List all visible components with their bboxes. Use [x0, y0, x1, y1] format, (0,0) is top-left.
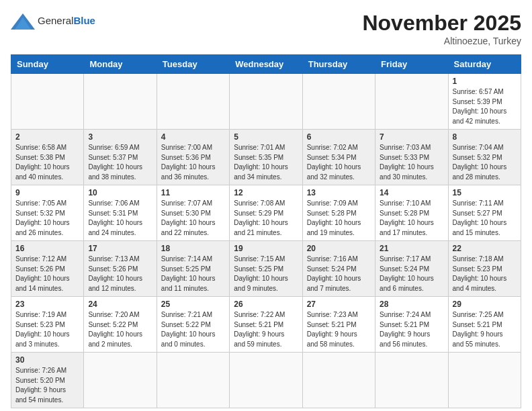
calendar-cell: 23Sunrise: 7:19 AM Sunset: 5:23 PM Dayli…	[11, 297, 84, 353]
day-info: Sunrise: 7:21 AM Sunset: 5:22 PM Dayligh…	[161, 310, 225, 349]
day-info: Sunrise: 7:07 AM Sunset: 5:30 PM Dayligh…	[161, 199, 225, 238]
day-number: 18	[161, 244, 225, 253]
weekday-header-monday: Monday	[84, 55, 157, 74]
calendar-cell: 2Sunrise: 6:58 AM Sunset: 5:38 PM Daylig…	[11, 130, 84, 185]
day-number: 29	[453, 300, 517, 309]
logo-general-text: General	[38, 15, 73, 26]
calendar-cell: 7Sunrise: 7:03 AM Sunset: 5:33 PM Daylig…	[375, 130, 448, 185]
day-number: 20	[307, 244, 371, 253]
day-number: 5	[234, 132, 298, 142]
day-number: 23	[15, 300, 79, 309]
calendar-cell: 19Sunrise: 7:15 AM Sunset: 5:25 PM Dayli…	[230, 241, 302, 297]
day-info: Sunrise: 7:25 AM Sunset: 5:21 PM Dayligh…	[453, 310, 517, 349]
day-info: Sunrise: 7:12 AM Sunset: 5:26 PM Dayligh…	[15, 255, 79, 293]
day-number: 21	[380, 244, 443, 253]
calendar-week-row: 9Sunrise: 7:05 AM Sunset: 5:32 PM Daylig…	[11, 185, 521, 241]
day-number: 25	[161, 300, 225, 309]
day-number: 3	[88, 132, 152, 142]
calendar-cell: 18Sunrise: 7:14 AM Sunset: 5:25 PM Dayli…	[157, 241, 229, 297]
day-info: Sunrise: 7:14 AM Sunset: 5:25 PM Dayligh…	[161, 255, 225, 293]
calendar-cell	[157, 74, 229, 130]
weekday-header-tuesday: Tuesday	[157, 55, 229, 74]
day-info: Sunrise: 7:02 AM Sunset: 5:34 PM Dayligh…	[307, 143, 371, 182]
weekday-header-row: SundayMondayTuesdayWednesdayThursdayFrid…	[11, 55, 521, 74]
day-number: 27	[307, 300, 371, 309]
day-info: Sunrise: 7:16 AM Sunset: 5:24 PM Dayligh…	[307, 255, 371, 293]
day-number: 8	[453, 132, 517, 142]
calendar-cell: 20Sunrise: 7:16 AM Sunset: 5:24 PM Dayli…	[302, 241, 375, 297]
day-number: 6	[307, 132, 371, 142]
day-number: 17	[88, 244, 152, 253]
calendar-cell	[375, 74, 448, 130]
calendar-week-row: 1Sunrise: 6:57 AM Sunset: 5:39 PM Daylig…	[11, 74, 521, 130]
calendar-cell: 3Sunrise: 6:59 AM Sunset: 5:37 PM Daylig…	[84, 130, 157, 185]
calendar-cell: 5Sunrise: 7:01 AM Sunset: 5:35 PM Daylig…	[230, 130, 302, 185]
calendar-cell: 10Sunrise: 7:06 AM Sunset: 5:31 PM Dayli…	[84, 185, 157, 241]
calendar-cell: 30Sunrise: 7:26 AM Sunset: 5:20 PM Dayli…	[11, 353, 84, 408]
logo-icon	[11, 11, 35, 31]
day-info: Sunrise: 7:11 AM Sunset: 5:27 PM Dayligh…	[453, 199, 517, 238]
day-number: 10	[88, 188, 152, 197]
calendar-cell: 26Sunrise: 7:22 AM Sunset: 5:21 PM Dayli…	[230, 297, 302, 353]
location-text: Altinoezue, Turkey	[362, 36, 521, 46]
logo: GeneralBlue	[11, 11, 95, 31]
day-info: Sunrise: 7:08 AM Sunset: 5:29 PM Dayligh…	[234, 199, 298, 238]
calendar-cell: 9Sunrise: 7:05 AM Sunset: 5:32 PM Daylig…	[11, 185, 84, 241]
day-info: Sunrise: 7:09 AM Sunset: 5:28 PM Dayligh…	[307, 199, 371, 238]
day-info: Sunrise: 7:18 AM Sunset: 5:23 PM Dayligh…	[453, 255, 517, 293]
day-number: 4	[161, 132, 225, 142]
day-number: 22	[453, 244, 517, 253]
day-info: Sunrise: 7:19 AM Sunset: 5:23 PM Dayligh…	[15, 310, 79, 349]
calendar-cell: 6Sunrise: 7:02 AM Sunset: 5:34 PM Daylig…	[302, 130, 375, 185]
day-info: Sunrise: 7:01 AM Sunset: 5:35 PM Dayligh…	[234, 143, 298, 182]
calendar-cell: 16Sunrise: 7:12 AM Sunset: 5:26 PM Dayli…	[11, 241, 84, 297]
calendar-body: 1Sunrise: 6:57 AM Sunset: 5:39 PM Daylig…	[11, 74, 521, 408]
calendar-week-row: 2Sunrise: 6:58 AM Sunset: 5:38 PM Daylig…	[11, 130, 521, 185]
day-number: 19	[234, 244, 298, 253]
calendar-cell: 24Sunrise: 7:20 AM Sunset: 5:22 PM Dayli…	[84, 297, 157, 353]
calendar-week-row: 30Sunrise: 7:26 AM Sunset: 5:20 PM Dayli…	[11, 353, 521, 408]
weekday-header-thursday: Thursday	[302, 55, 375, 74]
day-info: Sunrise: 6:59 AM Sunset: 5:37 PM Dayligh…	[88, 143, 152, 182]
day-info: Sunrise: 7:04 AM Sunset: 5:32 PM Dayligh…	[453, 143, 517, 182]
calendar-cell	[230, 74, 302, 130]
day-number: 24	[88, 300, 152, 309]
day-info: Sunrise: 7:22 AM Sunset: 5:21 PM Dayligh…	[234, 310, 298, 349]
calendar-cell: 13Sunrise: 7:09 AM Sunset: 5:28 PM Dayli…	[302, 185, 375, 241]
day-number: 15	[453, 188, 517, 197]
calendar-cell: 15Sunrise: 7:11 AM Sunset: 5:27 PM Dayli…	[448, 185, 521, 241]
weekday-header-saturday: Saturday	[448, 55, 521, 74]
month-title: November 2025	[362, 11, 521, 36]
title-area: November 2025 Altinoezue, Turkey	[362, 11, 521, 46]
calendar-cell: 11Sunrise: 7:07 AM Sunset: 5:30 PM Dayli…	[157, 185, 229, 241]
calendar-cell: 12Sunrise: 7:08 AM Sunset: 5:29 PM Dayli…	[230, 185, 302, 241]
day-info: Sunrise: 7:26 AM Sunset: 5:20 PM Dayligh…	[15, 366, 79, 405]
calendar-cell: 27Sunrise: 7:23 AM Sunset: 5:21 PM Dayli…	[302, 297, 375, 353]
weekday-header-sunday: Sunday	[11, 55, 84, 74]
day-info: Sunrise: 7:20 AM Sunset: 5:22 PM Dayligh…	[88, 310, 152, 349]
day-number: 13	[307, 188, 371, 197]
calendar-cell: 1Sunrise: 6:57 AM Sunset: 5:39 PM Daylig…	[448, 74, 521, 130]
logo-blue-text: Blue	[73, 15, 95, 26]
day-number: 16	[15, 244, 79, 253]
calendar-cell	[84, 353, 157, 408]
calendar-week-row: 23Sunrise: 7:19 AM Sunset: 5:23 PM Dayli…	[11, 297, 521, 353]
calendar-cell: 14Sunrise: 7:10 AM Sunset: 5:28 PM Dayli…	[375, 185, 448, 241]
calendar-cell	[230, 353, 302, 408]
calendar-cell: 25Sunrise: 7:21 AM Sunset: 5:22 PM Dayli…	[157, 297, 229, 353]
day-number: 11	[161, 188, 225, 197]
day-number: 26	[234, 300, 298, 309]
day-info: Sunrise: 7:13 AM Sunset: 5:26 PM Dayligh…	[88, 255, 152, 293]
calendar-week-row: 16Sunrise: 7:12 AM Sunset: 5:26 PM Dayli…	[11, 241, 521, 297]
day-number: 30	[15, 355, 79, 365]
calendar-header: SundayMondayTuesdayWednesdayThursdayFrid…	[11, 55, 521, 74]
day-number: 14	[380, 188, 443, 197]
day-info: Sunrise: 7:23 AM Sunset: 5:21 PM Dayligh…	[307, 310, 371, 349]
logo-text: GeneralBlue	[38, 15, 95, 27]
day-number: 1	[453, 77, 517, 86]
day-info: Sunrise: 7:17 AM Sunset: 5:24 PM Dayligh…	[380, 255, 443, 293]
day-number: 2	[15, 132, 79, 142]
weekday-header-wednesday: Wednesday	[230, 55, 302, 74]
day-number: 28	[380, 300, 443, 309]
calendar-table: SundayMondayTuesdayWednesdayThursdayFrid…	[11, 54, 521, 408]
